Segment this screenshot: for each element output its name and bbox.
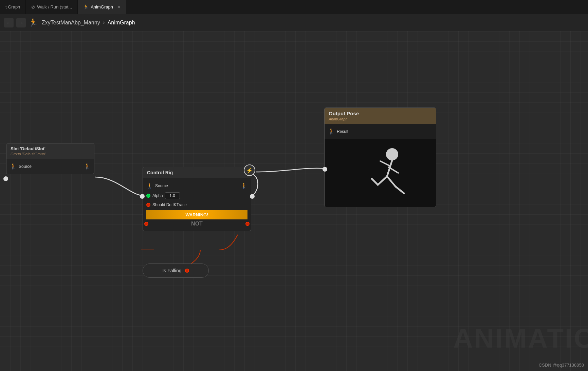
slot-node-body: 🚶 Source 🚶: [6, 159, 94, 174]
svg-line-5: [372, 179, 378, 185]
not-left-pin: [144, 222, 148, 226]
lightning-icon: ⚡: [246, 167, 253, 174]
pose-preview: [325, 139, 436, 207]
tab-close-button[interactable]: ✕: [117, 5, 121, 9]
forward-button[interactable]: →: [16, 18, 26, 27]
not-right-pin: [245, 222, 250, 226]
tab-anim-graph-1[interactable]: t Graph: [0, 0, 26, 14]
alpha-input[interactable]: [165, 192, 180, 199]
runner-svg: [348, 141, 412, 205]
slot-source-label: Source: [19, 164, 32, 169]
control-rig-alpha-pin: Alpha: [146, 191, 247, 201]
control-rig-header: Control Rig: [143, 167, 251, 178]
control-rig-out-pin: [250, 194, 255, 199]
is-falling-label: Is Falling: [162, 268, 181, 273]
slot-node-subtitle: Group 'DefaultGroup': [11, 152, 90, 156]
breadcrumb-separator: ›: [103, 19, 105, 26]
tab-label: t Graph: [5, 4, 20, 9]
tab-anim-graph-2[interactable]: 🏃 AnimGraph ✕: [78, 0, 126, 14]
slot-source-pin: 🚶 Source 🚶: [10, 161, 91, 171]
lightning-node: ⚡: [244, 164, 255, 176]
svg-line-2: [380, 161, 390, 166]
tab-icon: 🏃: [83, 4, 89, 9]
slot-node-title: Slot 'DefaultSlot': [11, 146, 90, 151]
back-button[interactable]: ←: [4, 18, 14, 27]
anim-bp-icon: 🏃: [29, 18, 38, 27]
stick-figure-source-right: 🚶: [241, 182, 247, 189]
not-label: NOT: [191, 221, 203, 227]
svg-line-6: [387, 176, 396, 187]
tab-icon: ⊘: [31, 4, 35, 9]
control-rig-in-pin: [140, 194, 145, 199]
result-icon: 🚶: [328, 128, 335, 135]
slot-left-pin: [3, 176, 8, 181]
control-rig-source-label: Source: [155, 183, 168, 188]
control-rig-iktrace-pin: Should Do IKTrace: [146, 201, 247, 209]
control-rig-node: Control Rig 🚶 Source 🚶 Alpha Should Do I…: [143, 167, 251, 231]
iktrace-label: Should Do IKTrace: [152, 202, 187, 207]
breadcrumb-bar: ← → 🏃 ZxyTestManAbp_Manny › AnimGraph: [0, 14, 588, 31]
control-rig-source-pin: 🚶 Source 🚶: [146, 181, 247, 191]
stick-figure-source-icon: 🚶: [146, 182, 153, 189]
is-falling-inner: Is Falling: [143, 264, 208, 277]
breadcrumb-current: AnimGraph: [108, 20, 135, 26]
canvas-area[interactable]: Slot 'DefaultSlot' Group 'DefaultGroup' …: [0, 31, 588, 371]
csdn-watermark: CSDN @qq377138858: [539, 363, 584, 368]
output-pose-result-pin: 🚶 Result: [328, 126, 433, 136]
is-falling-pin: [185, 269, 189, 273]
slot-node: Slot 'DefaultSlot' Group 'DefaultGroup' …: [6, 143, 94, 174]
stick-figure-icon-right: 🚶: [84, 163, 91, 170]
svg-line-3: [389, 167, 398, 173]
output-pose-body: 🚶 Result: [325, 124, 436, 139]
tab-walk-run[interactable]: ⊘ Walk / Run (stat...: [26, 0, 78, 14]
stick-figure-icon: 🚶: [10, 163, 17, 170]
output-pose-in-pin: [323, 167, 327, 172]
result-label: Result: [337, 129, 348, 134]
iktrace-pin-dot: [146, 203, 150, 207]
breadcrumb: ZxyTestManAbp_Manny › AnimGraph: [42, 19, 135, 26]
alpha-label: Alpha: [152, 193, 163, 198]
slot-node-header: Slot 'DefaultSlot' Group 'DefaultGroup': [6, 143, 94, 159]
warning-text: WARNING!: [185, 212, 208, 217]
tab-bar: t Graph ⊘ Walk / Run (stat... 🏃 AnimGrap…: [0, 0, 588, 14]
output-pose-header: Output Pose AnimGraph: [325, 108, 436, 124]
output-pose-subtitle: AnimGraph: [329, 117, 432, 121]
watermark-text: ANIMATIC: [453, 323, 588, 354]
svg-point-0: [386, 148, 398, 160]
back-icon: ←: [6, 20, 11, 25]
svg-line-7: [396, 187, 404, 193]
warning-bar: WARNING!: [146, 210, 247, 219]
alpha-pin-dot: [146, 194, 150, 198]
control-rig-body: 🚶 Source 🚶 Alpha Should Do IKTrace WARNI…: [143, 178, 251, 231]
connections-svg: [0, 31, 588, 371]
control-rig-title: Control Rig: [147, 170, 173, 175]
forward-icon: →: [19, 20, 23, 25]
tab-label: Walk / Run (stat...: [37, 4, 72, 9]
output-pose-title: Output Pose: [329, 111, 432, 116]
svg-line-4: [378, 176, 387, 185]
tab-label: AnimGraph: [91, 4, 113, 9]
is-falling-node: Is Falling: [143, 263, 209, 278]
output-pose-node: Output Pose AnimGraph 🚶 Result: [324, 108, 436, 207]
breadcrumb-root[interactable]: ZxyTestManAbp_Manny: [42, 20, 100, 26]
